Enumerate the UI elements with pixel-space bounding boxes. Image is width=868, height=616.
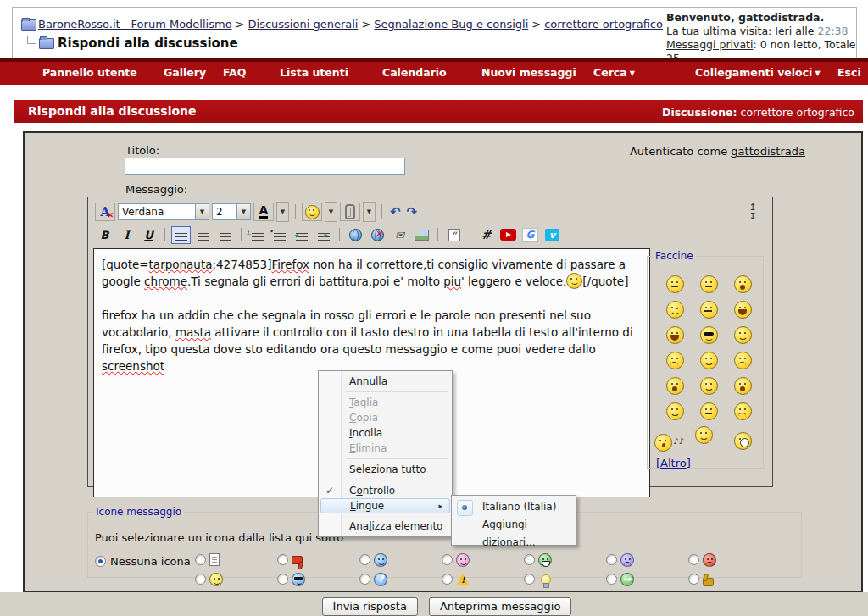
message-icon-radio[interactable] — [606, 574, 617, 585]
message-icon-option[interactable] — [277, 569, 359, 589]
smiley-clock-wait[interactable] — [734, 432, 752, 450]
font-family-select[interactable]: Verdana▼ — [118, 203, 209, 220]
separator[interactable] — [466, 226, 474, 244]
smiley-big-smile[interactable] — [695, 426, 713, 444]
smilies-dropdown[interactable]: ▼ — [325, 202, 337, 222]
message-icon-option[interactable] — [524, 550, 606, 569]
message-icon-option[interactable] — [606, 569, 688, 589]
outdent-button[interactable] — [292, 226, 311, 244]
username-link[interactable]: gattodistrada — [731, 145, 805, 158]
message-icon-radio[interactable] — [359, 554, 370, 565]
breadcrumb-link-forum[interactable]: BaroneRosso.it - Forum Modellismo — [38, 18, 232, 31]
smiley-shocked[interactable] — [734, 275, 752, 293]
menu-controllo-ortografico[interactable]: ✓Controllo ortografico — [320, 483, 450, 498]
anteprima-messaggio-button[interactable]: Anteprima messaggio — [429, 597, 571, 616]
code-button[interactable]: # — [476, 226, 496, 244]
align-center-button[interactable] — [193, 226, 213, 244]
submenu-aggiungi-dizionari[interactable]: Aggiungi dizionari... — [452, 516, 576, 534]
smiley-speechless[interactable] — [666, 275, 684, 293]
smiley-smile[interactable] — [700, 352, 718, 369]
font-size-select[interactable]: 2▼ — [212, 203, 251, 220]
smiley-raised-brow[interactable] — [700, 275, 718, 293]
message-icon-option[interactable] — [442, 550, 524, 569]
smiley-smirk[interactable] — [666, 402, 684, 420]
menu-annulla[interactable]: Annulla — [320, 374, 450, 389]
menu-separator[interactable] — [320, 456, 450, 462]
message-icon-option[interactable] — [359, 550, 442, 569]
titolo-input[interactable] — [125, 158, 405, 175]
submenu-italiano-italia[interactable]: Italiano (Italia) — [452, 498, 576, 516]
message-icon-radio[interactable] — [195, 554, 206, 565]
menu-taglia[interactable]: Taglia — [320, 395, 450, 410]
separator[interactable] — [336, 226, 343, 244]
menu-elimina[interactable]: Elimina — [320, 441, 450, 456]
smiley-cool[interactable] — [700, 326, 718, 344]
font-color-dropdown[interactable]: ▼ — [276, 202, 289, 222]
menu-seleziona-tutto[interactable]: Seleziona tutto — [320, 462, 450, 477]
smiley-crazy[interactable] — [734, 377, 752, 395]
nav-item[interactable]: Gallery — [164, 66, 209, 79]
smiley-wide-eyes[interactable] — [734, 326, 752, 344]
message-icon-radio[interactable] — [277, 574, 288, 585]
message-icon-radio[interactable] — [442, 554, 453, 565]
message-icon-option[interactable] — [195, 550, 277, 569]
insert-link-button[interactable] — [346, 226, 365, 244]
unordered-list-button[interactable] — [270, 226, 289, 244]
toolbar-collapse-control[interactable]: ↥↧ — [747, 203, 759, 221]
message-icon-option[interactable] — [688, 550, 771, 569]
smiley-tongue[interactable] — [700, 301, 718, 319]
altro-link[interactable]: [Altro] — [656, 457, 691, 469]
message-icon-option[interactable] — [524, 569, 606, 589]
smiley-whistle[interactable] — [654, 434, 672, 452]
align-right-button[interactable] — [215, 226, 235, 244]
insert-image-button[interactable] — [412, 226, 431, 244]
menu-copia[interactable]: Copia — [320, 410, 450, 425]
no-icon-option[interactable]: Nessuna icona — [95, 555, 191, 568]
google-button[interactable]: G — [520, 226, 540, 244]
align-left-button[interactable] — [171, 226, 191, 244]
quote-button[interactable] — [444, 226, 464, 244]
message-icon-radio[interactable] — [688, 574, 699, 585]
message-icon-radio[interactable] — [359, 574, 370, 585]
message-icon-radio[interactable] — [442, 574, 453, 585]
youtube-button[interactable] — [498, 226, 518, 244]
redo-button[interactable]: ↷ — [405, 206, 420, 219]
message-icon-radio[interactable] — [688, 554, 699, 565]
undo-button[interactable]: ↶ — [388, 206, 403, 219]
ordered-list-button[interactable] — [248, 226, 267, 244]
message-icon-radio[interactable] — [195, 574, 206, 585]
italic-button[interactable]: I — [117, 226, 136, 244]
vimeo-button[interactable]: v — [542, 226, 562, 244]
message-icon-radio[interactable] — [277, 554, 288, 565]
smilies-button[interactable] — [302, 203, 322, 221]
no-icon-radio[interactable] — [95, 556, 106, 567]
menu-incolla[interactable]: Incolla — [320, 425, 450, 441]
font-color-button[interactable]: A — [253, 203, 274, 221]
message-icon-option[interactable] — [442, 569, 524, 589]
attachment-button[interactable] — [340, 203, 360, 221]
breadcrumb-link-discussioni[interactable]: Discussioni generali — [248, 18, 359, 31]
invia-risposta-button[interactable]: Invia risposta — [322, 597, 418, 616]
unlink-button[interactable] — [368, 226, 387, 244]
nav-item[interactable]: Nuovi messaggi — [481, 66, 579, 79]
message-icon-option[interactable] — [359, 569, 442, 589]
separator[interactable] — [237, 226, 245, 244]
message-icon-radio[interactable] — [524, 574, 535, 585]
message-icon-option[interactable] — [688, 569, 771, 589]
attachment-dropdown[interactable]: ▼ — [363, 202, 376, 222]
smiley-rolleyes[interactable] — [734, 402, 752, 420]
separator[interactable] — [434, 226, 442, 244]
menu-lingue[interactable]: Lingue▸ — [320, 498, 450, 513]
nav-item[interactable]: Pannello utente — [42, 66, 140, 79]
menu-analizza-elemento[interactable]: Analizza elemento — [320, 519, 450, 534]
insert-email-button[interactable]: ✉ — [390, 226, 409, 244]
message-icon-radio[interactable] — [606, 554, 617, 565]
menu-separator[interactable] — [320, 477, 450, 483]
collapse-down-icon[interactable]: ↧ — [747, 212, 759, 221]
bold-button[interactable]: B — [95, 226, 114, 244]
separator[interactable] — [161, 226, 169, 244]
breadcrumb-link-thread[interactable]: correttore ortografico — [544, 18, 663, 31]
nav-item[interactable]: Collegamenti veloci▼ — [695, 66, 821, 79]
nav-item[interactable]: Calendario — [382, 66, 449, 79]
private-messages-link[interactable]: Messaggi privati — [666, 38, 753, 51]
